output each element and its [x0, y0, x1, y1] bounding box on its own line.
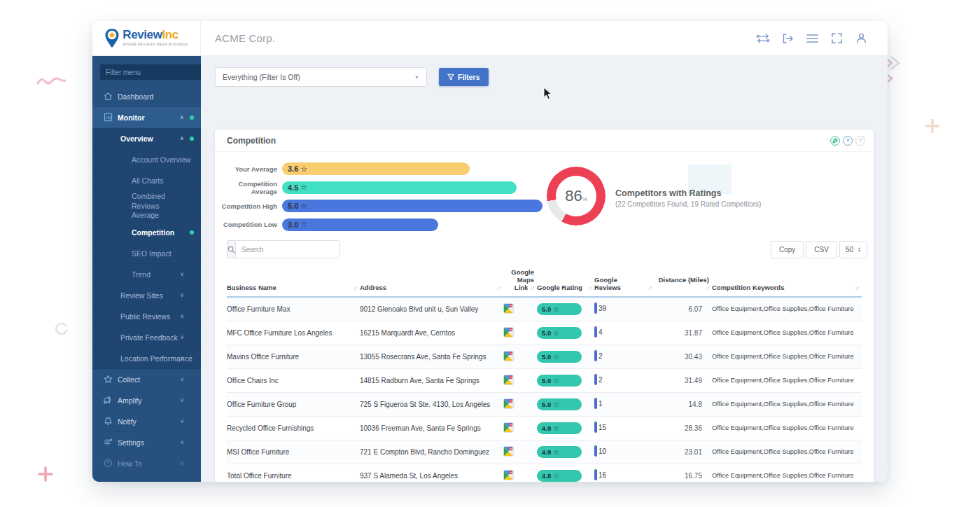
reviews-bar — [594, 326, 597, 338]
sidebar-item-private-feedback[interactable]: Private Feedback∨ — [92, 327, 201, 348]
smiley-icon[interactable] — [855, 136, 865, 146]
sidebar-item-label: SEO Impact — [132, 249, 172, 258]
sidebar-item-trend[interactable]: Trend∨ — [92, 264, 201, 285]
distance-cell: 16.75 — [654, 464, 712, 482]
sidebar-item-public-reviews[interactable]: Public Reviews∨ — [92, 306, 201, 327]
reviews-cell: 1 — [594, 392, 654, 416]
business-name-cell: MFC Office Furniture Los Angeles — [227, 321, 360, 345]
sidebar-item-overview[interactable]: Overview∧ — [92, 128, 201, 149]
sort-icon[interactable]: ↓↑ — [350, 285, 357, 291]
donut-sublabel: (22 Competitors Found, 19 Rated Competit… — [615, 200, 761, 208]
bell-icon — [103, 417, 113, 426]
google-maps-icon[interactable] — [503, 426, 514, 434]
maps-link-cell — [503, 392, 537, 416]
sidebar-item-how-to[interactable]: How To∨ — [92, 453, 201, 474]
sidebar-item-label: Overview — [120, 134, 153, 143]
google-maps-icon[interactable] — [503, 450, 514, 458]
sidebar-filter-input[interactable] — [99, 64, 201, 81]
table-row[interactable]: Total Office Furniture937 S Alameda St, … — [227, 464, 862, 482]
sidebar-item-collect[interactable]: Collect∨ — [92, 369, 201, 390]
chart-row: Your Average3.6☆ — [220, 162, 470, 175]
pin-icon[interactable] — [830, 136, 840, 146]
sidebar-item-label: Collect — [118, 375, 140, 384]
google-maps-icon[interactable] — [503, 331, 514, 339]
sort-icon[interactable]: ↓↑ — [852, 285, 859, 291]
donut-percent: 86 — [565, 187, 582, 205]
column-header-google-maps-link[interactable]: Google Maps Link ↓↑ — [503, 265, 537, 297]
swap-icon[interactable] — [756, 32, 770, 46]
google-maps-icon[interactable] — [503, 474, 514, 482]
column-header-google-reviews[interactable]: Google Reviews↓↑ — [594, 265, 654, 297]
google-maps-icon[interactable] — [503, 307, 514, 315]
sidebar-item-monitor[interactable]: Monitor∧ — [92, 107, 201, 128]
rating-pill: 4.9☆ — [537, 446, 582, 458]
rating-cell: 4.9☆ — [537, 416, 594, 440]
sidebar-item-amplify[interactable]: Amplify∨ — [92, 390, 201, 411]
rating-cell: 4.8☆ — [537, 464, 594, 482]
sidebar-item-location-performance[interactable]: Location Performance∨ — [92, 348, 201, 369]
competition-panel: Competition ? Your Average3.6☆Competitio… — [215, 130, 874, 482]
google-maps-icon[interactable] — [503, 379, 514, 387]
active-dot — [190, 230, 194, 235]
sort-icon[interactable]: ↓↑ — [530, 285, 534, 291]
csv-button[interactable]: CSV — [806, 241, 837, 258]
chevron-down-icon: ∨ — [180, 334, 184, 340]
sidebar-item-review-sites[interactable]: Review Sites∨ — [92, 285, 201, 306]
filters-button[interactable]: Filters — [439, 68, 489, 86]
rating-pill: 5.0☆ — [537, 327, 582, 339]
table-row[interactable]: MSI Office Furniture721 E Compton Blvd, … — [227, 440, 862, 464]
sidebar-item-label: Combined Reviews Average — [132, 192, 201, 221]
filter-dropdown[interactable]: Everything (Filter Is Off) ▼ — [215, 67, 427, 87]
table-row[interactable]: Office Furniture Group725 S Figueroa St … — [227, 392, 862, 416]
google-maps-icon[interactable] — [503, 355, 514, 363]
table-row[interactable]: Office Chairs Inc14815 Radburn Ave, Sant… — [227, 368, 862, 392]
sort-icon[interactable]: ↓↑ — [645, 285, 652, 291]
sidebar-item-notify[interactable]: Notify∨ — [92, 411, 201, 432]
column-header-business-name[interactable]: Business Name↓↑ — [227, 265, 360, 297]
sidebar-item-all-charts[interactable]: All Charts — [92, 170, 201, 191]
column-header-address[interactable]: Address↓↑ — [360, 265, 503, 297]
chart-row: Competition High5.0☆ — [220, 200, 542, 212]
sidebar-item-seo-impact[interactable]: SEO Impact — [92, 243, 201, 264]
search-input[interactable] — [235, 240, 340, 258]
help-icon[interactable]: ? — [843, 136, 853, 146]
reviews-bar — [594, 303, 597, 314]
page-size-select[interactable]: 50 ▲▼ — [839, 241, 867, 258]
sidebar-item-dashboard[interactable]: Dashboard — [92, 86, 201, 107]
sort-icon[interactable]: ↓↑ — [493, 285, 500, 291]
column-header-competition-keywords[interactable]: Competition Keywords↓↑ — [712, 265, 862, 297]
reviews-bar — [594, 422, 597, 433]
reviews-bar — [594, 398, 597, 409]
table-row[interactable]: Recycled Office Furnishings10036 Freeman… — [227, 416, 862, 440]
fullscreen-icon[interactable] — [830, 32, 844, 46]
table-row[interactable]: MFC Office Furniture Los Angeles16215 Ma… — [227, 321, 862, 345]
reviews-cell: 16 — [594, 464, 654, 482]
user-icon[interactable] — [854, 32, 868, 46]
sidebar-item-account-overview[interactable]: Account Overview — [92, 149, 201, 170]
google-maps-icon[interactable] — [503, 403, 514, 410]
column-header-distance-miles-[interactable]: Distance (Miles) ↓↑ — [654, 265, 712, 297]
star-icon — [103, 375, 113, 384]
maps-link-cell — [503, 368, 537, 392]
business-name-cell: Office Chairs Inc — [227, 368, 360, 392]
distance-cell: 14.8 — [654, 392, 712, 416]
business-name-cell: Mavins Office Furniture — [227, 345, 360, 368]
business-name-cell: Total Office Furniture — [227, 464, 360, 482]
sort-icon[interactable]: ↓↑ — [705, 285, 709, 291]
logo[interactable]: ReviewInc WHERE REVIEWS MEAN BUSINESS — [92, 21, 201, 55]
column-header-google-rating[interactable]: Google Rating↓↑ — [537, 265, 594, 297]
sort-icon[interactable]: ↓↑ — [584, 285, 592, 291]
copy-button[interactable]: Copy — [771, 241, 804, 258]
filter-dropdown-value: Everything (Filter Is Off) — [223, 73, 300, 81]
sidebar-item-competition[interactable]: Competition — [92, 222, 201, 243]
sidebar-item-combined-reviews-average[interactable]: Combined Reviews Average — [92, 191, 201, 222]
table-row[interactable]: Office Furniture Max9012 Glenoaks Blvd u… — [227, 297, 862, 321]
logout-icon[interactable] — [780, 32, 794, 46]
table-row[interactable]: Mavins Office Furniture13055 Rosecrans A… — [227, 345, 862, 368]
reviews-bar — [594, 469, 597, 480]
keywords-cell: Office Equipment,Office Supplies,Office … — [712, 297, 862, 321]
menu-icon[interactable] — [805, 32, 819, 46]
chart-bar: 5.0☆ — [282, 200, 542, 212]
table-search — [227, 240, 340, 258]
sidebar-item-settings[interactable]: Settings∨ — [92, 432, 201, 453]
